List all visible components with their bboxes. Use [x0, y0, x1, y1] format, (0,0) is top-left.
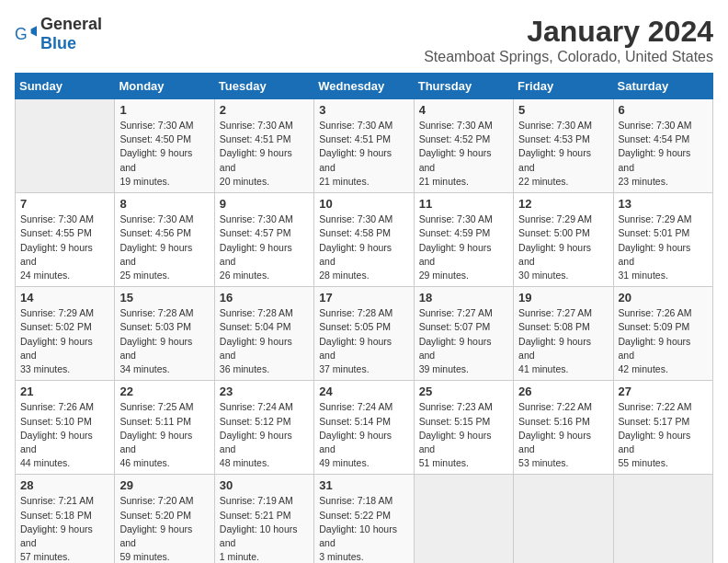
day-cell: 24Sunrise: 7:24 AMSunset: 5:14 PMDayligh… [314, 381, 414, 475]
header-wednesday: Wednesday [314, 74, 414, 99]
day-number: 5 [518, 103, 608, 117]
day-number: 17 [319, 291, 408, 304]
day-number: 28 [20, 478, 109, 492]
days-header-row: SundayMondayTuesdayWednesdayThursdayFrid… [16, 74, 713, 99]
day-cell: 25Sunrise: 7:23 AMSunset: 5:15 PMDayligh… [414, 381, 513, 475]
day-cell: 8Sunrise: 7:30 AMSunset: 4:56 PMDaylight… [115, 193, 214, 287]
day-cell: 4Sunrise: 7:30 AMSunset: 4:52 PMDaylight… [414, 99, 513, 193]
svg-text:G: G [15, 25, 28, 43]
day-info: Sunrise: 7:30 AMSunset: 4:56 PMDaylight:… [119, 213, 209, 282]
day-info: Sunrise: 7:28 AMSunset: 5:04 PMDaylight:… [220, 306, 309, 376]
header-tuesday: Tuesday [214, 74, 313, 99]
day-number: 31 [319, 478, 408, 492]
day-cell: 5Sunrise: 7:30 AMSunset: 4:53 PMDaylight… [514, 99, 613, 193]
day-number: 16 [220, 291, 309, 304]
day-cell: 15Sunrise: 7:28 AMSunset: 5:03 PMDayligh… [115, 287, 214, 381]
day-info: Sunrise: 7:19 AMSunset: 5:21 PMDaylight:… [220, 494, 309, 563]
day-cell: 17Sunrise: 7:28 AMSunset: 5:05 PMDayligh… [314, 287, 414, 381]
day-cell: 28Sunrise: 7:21 AMSunset: 5:18 PMDayligh… [16, 475, 115, 563]
calendar-table: SundayMondayTuesdayWednesdayThursdayFrid… [15, 73, 713, 563]
day-number: 15 [119, 291, 209, 304]
day-info: Sunrise: 7:27 AMSunset: 5:07 PMDaylight:… [419, 306, 508, 376]
day-info: Sunrise: 7:28 AMSunset: 5:05 PMDaylight:… [319, 306, 408, 376]
day-info: Sunrise: 7:24 AMSunset: 5:14 PMDaylight:… [319, 400, 408, 470]
svg-marker-1 [31, 26, 37, 36]
logo-blue-text: Blue [40, 34, 76, 52]
day-cell: 11Sunrise: 7:30 AMSunset: 4:59 PMDayligh… [414, 193, 513, 287]
day-cell: 23Sunrise: 7:24 AMSunset: 5:12 PMDayligh… [214, 381, 313, 475]
day-info: Sunrise: 7:26 AMSunset: 5:09 PMDaylight:… [619, 306, 708, 376]
day-number: 7 [20, 197, 109, 211]
day-info: Sunrise: 7:20 AMSunset: 5:20 PMDaylight:… [119, 494, 209, 563]
day-info: Sunrise: 7:26 AMSunset: 5:10 PMDaylight:… [20, 400, 109, 470]
day-number: 21 [20, 385, 109, 398]
day-cell: 26Sunrise: 7:22 AMSunset: 5:16 PMDayligh… [514, 381, 613, 475]
day-cell: 7Sunrise: 7:30 AMSunset: 4:55 PMDaylight… [16, 193, 115, 287]
day-cell: 30Sunrise: 7:19 AMSunset: 5:21 PMDayligh… [214, 475, 313, 563]
day-info: Sunrise: 7:30 AMSunset: 4:51 PMDaylight:… [319, 119, 408, 189]
header-thursday: Thursday [414, 74, 513, 99]
week-row-1: 1Sunrise: 7:30 AMSunset: 4:50 PMDaylight… [16, 99, 713, 193]
day-cell: 20Sunrise: 7:26 AMSunset: 5:09 PMDayligh… [613, 287, 712, 381]
day-number: 10 [319, 197, 408, 211]
day-cell: 16Sunrise: 7:28 AMSunset: 5:04 PMDayligh… [214, 287, 313, 381]
day-number: 1 [119, 103, 209, 117]
day-cell: 10Sunrise: 7:30 AMSunset: 4:58 PMDayligh… [314, 193, 414, 287]
day-cell: 14Sunrise: 7:29 AMSunset: 5:02 PMDayligh… [16, 287, 115, 381]
day-number: 23 [220, 385, 309, 398]
day-number: 27 [619, 385, 708, 398]
day-info: Sunrise: 7:25 AMSunset: 5:11 PMDaylight:… [119, 400, 209, 470]
day-cell: 21Sunrise: 7:26 AMSunset: 5:10 PMDayligh… [16, 381, 115, 475]
day-number: 30 [220, 478, 309, 492]
day-info: Sunrise: 7:29 AMSunset: 5:01 PMDaylight:… [619, 213, 708, 282]
calendar-title: January 2024 [424, 15, 713, 49]
day-cell [514, 475, 613, 563]
day-number: 6 [619, 103, 708, 117]
day-number: 8 [119, 197, 209, 211]
week-row-2: 7Sunrise: 7:30 AMSunset: 4:55 PMDaylight… [16, 193, 713, 287]
header-sunday: Sunday [16, 74, 115, 99]
day-number: 12 [518, 197, 608, 211]
day-info: Sunrise: 7:28 AMSunset: 5:03 PMDaylight:… [119, 306, 209, 376]
day-number: 20 [619, 291, 708, 304]
day-number: 25 [419, 385, 508, 398]
day-cell: 2Sunrise: 7:30 AMSunset: 4:51 PMDaylight… [214, 99, 313, 193]
day-info: Sunrise: 7:22 AMSunset: 5:16 PMDaylight:… [518, 400, 608, 470]
day-number: 24 [319, 385, 408, 398]
day-cell: 31Sunrise: 7:18 AMSunset: 5:22 PMDayligh… [314, 475, 414, 563]
day-cell: 29Sunrise: 7:20 AMSunset: 5:20 PMDayligh… [115, 475, 214, 563]
day-number: 26 [518, 385, 608, 398]
day-info: Sunrise: 7:27 AMSunset: 5:08 PMDaylight:… [518, 306, 608, 376]
day-cell [613, 475, 712, 563]
day-number: 3 [319, 103, 408, 117]
day-info: Sunrise: 7:29 AMSunset: 5:00 PMDaylight:… [518, 213, 608, 282]
day-number: 18 [419, 291, 508, 304]
day-cell [16, 99, 115, 193]
day-number: 9 [220, 197, 309, 211]
day-info: Sunrise: 7:30 AMSunset: 4:51 PMDaylight:… [220, 119, 309, 189]
day-number: 2 [220, 103, 309, 117]
day-info: Sunrise: 7:18 AMSunset: 5:22 PMDaylight:… [319, 494, 408, 563]
day-cell: 9Sunrise: 7:30 AMSunset: 4:57 PMDaylight… [214, 193, 313, 287]
day-cell: 1Sunrise: 7:30 AMSunset: 4:50 PMDaylight… [115, 99, 214, 193]
day-info: Sunrise: 7:29 AMSunset: 5:02 PMDaylight:… [20, 306, 109, 376]
day-number: 13 [619, 197, 708, 211]
day-cell: 3Sunrise: 7:30 AMSunset: 4:51 PMDaylight… [314, 99, 414, 193]
day-cell: 12Sunrise: 7:29 AMSunset: 5:00 PMDayligh… [514, 193, 613, 287]
day-cell: 27Sunrise: 7:22 AMSunset: 5:17 PMDayligh… [613, 381, 712, 475]
header-friday: Friday [514, 74, 613, 99]
day-info: Sunrise: 7:30 AMSunset: 4:53 PMDaylight:… [518, 119, 608, 189]
day-info: Sunrise: 7:30 AMSunset: 4:59 PMDaylight:… [419, 213, 508, 282]
day-info: Sunrise: 7:22 AMSunset: 5:17 PMDaylight:… [619, 400, 708, 470]
day-info: Sunrise: 7:30 AMSunset: 4:54 PMDaylight:… [619, 119, 708, 189]
day-info: Sunrise: 7:30 AMSunset: 4:50 PMDaylight:… [119, 119, 209, 189]
day-cell: 19Sunrise: 7:27 AMSunset: 5:08 PMDayligh… [514, 287, 613, 381]
week-row-5: 28Sunrise: 7:21 AMSunset: 5:18 PMDayligh… [16, 475, 713, 563]
day-info: Sunrise: 7:30 AMSunset: 4:57 PMDaylight:… [220, 213, 309, 282]
day-cell: 6Sunrise: 7:30 AMSunset: 4:54 PMDaylight… [613, 99, 712, 193]
header-saturday: Saturday [613, 74, 712, 99]
logo-general-text: General [40, 15, 102, 33]
week-row-3: 14Sunrise: 7:29 AMSunset: 5:02 PMDayligh… [16, 287, 713, 381]
header: G General Blue January 2024 Steamboat Sp… [15, 15, 713, 65]
day-info: Sunrise: 7:30 AMSunset: 4:52 PMDaylight:… [419, 119, 508, 189]
